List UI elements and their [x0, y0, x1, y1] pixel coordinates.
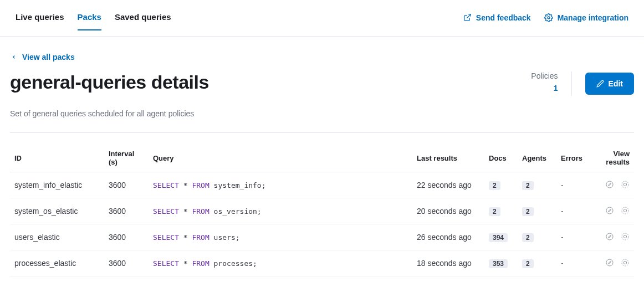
svg-point-8 — [622, 207, 628, 214]
gear-icon — [544, 13, 553, 22]
table-row: users_elastic3600SELECT * FROM users;26 … — [10, 224, 634, 250]
policies-stat: Policies 1 — [531, 71, 571, 96]
policies-count[interactable]: 1 — [531, 84, 558, 93]
top-nav: Live queries Packs Saved queries Send fe… — [0, 0, 644, 37]
pencil-icon — [596, 80, 604, 88]
discover-icon[interactable] — [604, 206, 614, 216]
cell-interval: 3600 — [104, 198, 149, 224]
svg-marker-7 — [608, 209, 611, 212]
agents-badge: 2 — [522, 207, 534, 216]
cell-view-results — [590, 250, 634, 276]
cell-docs: 2 — [484, 172, 518, 198]
cell-docs: 353 — [484, 250, 518, 276]
lens-icon[interactable] — [620, 206, 630, 216]
cell-docs: 394 — [484, 224, 518, 250]
svg-point-4 — [622, 181, 628, 188]
discover-icon[interactable] — [604, 258, 614, 268]
cell-query: SELECT * FROM system_info; — [149, 172, 412, 198]
lens-icon[interactable] — [620, 258, 630, 268]
back-link[interactable]: View all packs — [11, 53, 75, 61]
svg-point-10 — [606, 233, 613, 240]
svg-point-16 — [622, 259, 628, 266]
table-row: processes_elastic3600SELECT * FROM proce… — [10, 250, 634, 276]
lens-icon[interactable] — [620, 180, 630, 190]
edit-button-label: Edit — [609, 79, 623, 88]
table-row: system_info_elastic3600SELECT * FROM sys… — [10, 172, 634, 198]
cell-query: SELECT * FROM os_version; — [149, 198, 412, 224]
col-last-results[interactable]: Last results — [412, 144, 484, 172]
popout-icon — [463, 13, 472, 22]
chevron-left-icon — [11, 54, 17, 60]
cell-id: processes_elastic — [10, 250, 104, 276]
col-errors[interactable]: Errors — [556, 144, 590, 172]
cell-last-results: 20 seconds ago — [412, 198, 484, 224]
cell-last-results: 26 seconds ago — [412, 224, 484, 250]
docs-badge: 2 — [489, 207, 500, 216]
svg-point-13 — [623, 235, 626, 238]
cell-interval: 3600 — [104, 250, 149, 276]
manage-integration-label: Manage integration — [558, 13, 628, 22]
svg-point-9 — [623, 209, 626, 212]
tab-saved-queries[interactable]: Saved queries — [115, 12, 171, 30]
svg-point-14 — [606, 259, 613, 266]
cell-id: system_info_elastic — [10, 172, 104, 198]
cell-agents: 2 — [518, 198, 556, 224]
cell-agents: 2 — [518, 224, 556, 250]
svg-point-12 — [622, 233, 628, 240]
docs-badge: 2 — [489, 181, 500, 190]
col-agents[interactable]: Agents — [518, 144, 556, 172]
page-title: general-queries details — [10, 71, 209, 93]
edit-button[interactable]: Edit — [585, 73, 634, 95]
cell-view-results — [590, 224, 634, 250]
page-description: Set of general queries scheduled for all… — [10, 109, 634, 118]
col-query[interactable]: Query — [149, 144, 412, 172]
cell-view-results — [590, 198, 634, 224]
col-view-results: View results — [590, 144, 634, 172]
cell-interval: 3600 — [104, 172, 149, 198]
cell-agents: 2 — [518, 250, 556, 276]
discover-icon[interactable] — [604, 232, 614, 242]
svg-point-17 — [623, 261, 626, 264]
queries-table-wrap: ID Interval (s) Query Last results Docs … — [0, 133, 644, 276]
agents-badge: 2 — [522, 181, 534, 190]
cell-errors: - — [556, 198, 590, 224]
cell-docs: 2 — [484, 198, 518, 224]
cell-errors: - — [556, 172, 590, 198]
tab-live-queries[interactable]: Live queries — [16, 12, 64, 30]
header-right: Policies 1 Edit — [531, 71, 634, 96]
send-feedback-link[interactable]: Send feedback — [463, 13, 531, 22]
svg-marker-11 — [608, 235, 611, 238]
col-id[interactable]: ID — [10, 144, 104, 172]
cell-agents: 2 — [518, 172, 556, 198]
manage-integration-link[interactable]: Manage integration — [544, 13, 628, 22]
cell-query: SELECT * FROM processes; — [149, 250, 412, 276]
agents-badge: 2 — [522, 233, 534, 242]
cell-view-results — [590, 172, 634, 198]
cell-last-results: 18 seconds ago — [412, 250, 484, 276]
policies-label: Policies — [531, 71, 558, 80]
cell-errors: - — [556, 224, 590, 250]
discover-icon[interactable] — [604, 180, 614, 190]
svg-point-1 — [548, 17, 550, 19]
cell-id: system_os_elastic — [10, 198, 104, 224]
docs-badge: 353 — [489, 259, 508, 268]
cell-errors: - — [556, 250, 590, 276]
send-feedback-label: Send feedback — [476, 13, 531, 22]
header-area: View all packs general-queries details P… — [10, 37, 634, 133]
cell-id: users_elastic — [10, 224, 104, 250]
svg-point-2 — [606, 181, 613, 188]
cell-last-results: 22 seconds ago — [412, 172, 484, 198]
docs-badge: 394 — [489, 233, 508, 242]
col-docs[interactable]: Docs — [484, 144, 518, 172]
svg-marker-15 — [608, 261, 611, 264]
nav-actions: Send feedback Manage integration — [463, 13, 628, 30]
table-row: system_os_elastic3600SELECT * FROM os_ve… — [10, 198, 634, 224]
tabs: Live queries Packs Saved queries — [16, 12, 171, 30]
svg-line-0 — [467, 14, 471, 18]
lens-icon[interactable] — [620, 232, 630, 242]
cell-interval: 3600 — [104, 224, 149, 250]
agents-badge: 2 — [522, 259, 534, 268]
col-interval[interactable]: Interval (s) — [104, 144, 149, 172]
tab-packs[interactable]: Packs — [78, 12, 101, 30]
svg-point-5 — [623, 183, 626, 186]
